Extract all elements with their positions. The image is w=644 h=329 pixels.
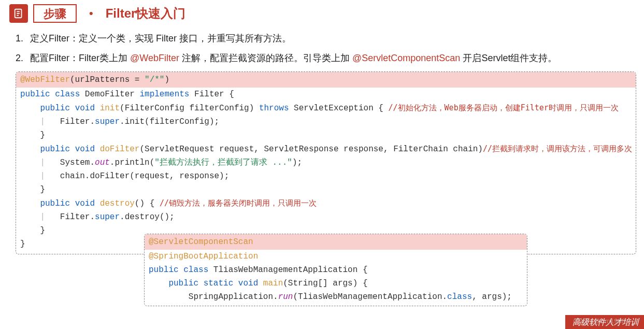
code-text: System. xyxy=(60,158,95,167)
kw: void xyxy=(75,104,95,113)
code-string: "拦截方法执行，拦截到了请求 ..." xyxy=(154,158,292,167)
kw: implements xyxy=(139,90,189,99)
list-item: 2.配置Filter：Filter类上加 @WebFilter 注解，配置拦截资… xyxy=(16,52,644,64)
highlight-line: @WebFilter(urlPatterns = "/*") xyxy=(16,72,636,88)
kw: public xyxy=(168,279,198,288)
code-text: (String[] args) { xyxy=(283,279,367,288)
code-annotation: @WebFilter xyxy=(20,75,70,84)
code-text: } xyxy=(40,131,45,140)
section-title: Filter快速入门 xyxy=(106,5,186,22)
code-text: Filter. xyxy=(60,117,95,126)
kw: super xyxy=(95,212,120,222)
kw: throws xyxy=(259,104,289,113)
code-annotation: @ServletComponentScan xyxy=(149,237,253,247)
footer-badge: 高级软件人才培训 xyxy=(565,315,644,329)
bullet-icon: • xyxy=(89,7,93,20)
annotation-servletcomponentscan: @ServletComponentScan xyxy=(352,53,460,63)
code-text: ) xyxy=(164,75,169,84)
code-text: (FilterConfig filterConfig) xyxy=(120,104,259,113)
list-item: 1.定义Filter：定义一个类，实现 Filter 接口，并重写其所有方法。 xyxy=(16,32,644,45)
step-badge: 步骤 xyxy=(33,4,77,23)
kw: public xyxy=(40,104,70,113)
list-text: 定义Filter：定义一个类，实现 Filter 接口，并重写其所有方法。 xyxy=(30,33,291,44)
kw: public xyxy=(40,145,70,154)
method-name: init xyxy=(100,104,120,113)
static-field: out xyxy=(95,158,110,167)
method-name: doFilter xyxy=(100,145,140,154)
kw: static xyxy=(204,279,234,288)
kw: public xyxy=(40,199,70,208)
code-text: TliasWebManagementApplication { xyxy=(208,265,367,275)
slide-header: 步骤 • Filter快速入门 xyxy=(0,0,644,23)
kw: void xyxy=(238,279,258,288)
code-text: } xyxy=(20,239,25,249)
list-text: 开启Servlet组件支持。 xyxy=(460,53,557,63)
kw: public xyxy=(20,90,50,99)
code-text: ); xyxy=(292,158,302,167)
code-comment: //销毁方法，服务器关闭时调用，只调用一次 xyxy=(160,198,317,208)
kw: public xyxy=(149,265,179,275)
code-comment: //拦截到请求时，调用该方法，可调用多次 xyxy=(483,144,632,153)
code-text: .println( xyxy=(110,158,154,167)
code-text: SpringApplication. xyxy=(189,292,278,302)
code-text: (TliasWebManagementApplication. xyxy=(293,292,447,302)
code-text: Filter. xyxy=(60,212,95,222)
code-block-filter: @WebFilter(urlPatterns = "/*") public cl… xyxy=(16,71,636,254)
code-block-application: @ServletComponentScan @SpringBootApplica… xyxy=(144,234,527,306)
code-string: "/*" xyxy=(145,75,164,84)
code-text: } xyxy=(40,226,45,235)
code-text: () { xyxy=(135,199,160,208)
code-text: (urlPatterns = xyxy=(70,75,145,84)
highlight-line: @ServletComponentScan xyxy=(145,234,527,250)
code-comment: //初始化方法，Web服务器启动，创建Filter时调用，只调用一次 xyxy=(389,103,619,112)
kw: void xyxy=(75,145,95,154)
code-text: (ServletRequest request, ServletResponse… xyxy=(139,145,483,154)
doc-icon xyxy=(9,4,28,23)
method-name: destroy xyxy=(100,199,135,208)
steps-list: 1.定义Filter：定义一个类，实现 Filter 接口，并重写其所有方法。 … xyxy=(0,23,644,64)
code-text: DemoFilter xyxy=(80,90,139,99)
list-num: 1. xyxy=(16,33,30,44)
list-text: 配置Filter：Filter类上加 xyxy=(30,53,130,63)
list-text: 注解，配置拦截资源的路径。引导类上加 xyxy=(179,53,352,63)
code-text: ServletException { xyxy=(289,104,389,113)
list-num: 2. xyxy=(16,53,30,64)
code-text: Filter { xyxy=(189,90,234,99)
annotation-webfilter: @WebFilter xyxy=(130,53,179,63)
kw: class xyxy=(55,90,80,99)
code-annotation: @SpringBootApplication xyxy=(149,252,258,261)
code-text: , args); xyxy=(472,292,512,302)
code-text: } xyxy=(40,185,45,194)
code-text: chain.doFilter(request, response); xyxy=(60,171,229,181)
kw: class xyxy=(183,265,208,275)
code-text: .destroy(); xyxy=(120,212,175,222)
static-method: run xyxy=(278,292,293,302)
method-name: main xyxy=(263,279,283,288)
kw: void xyxy=(75,199,95,208)
kw: class xyxy=(447,292,472,302)
code-body: public class DemoFilter implements Filte… xyxy=(16,88,636,251)
code-body: @SpringBootApplication public class Tlia… xyxy=(145,250,527,304)
kw: super xyxy=(95,117,120,126)
code-text: .init(filterConfig); xyxy=(120,117,219,126)
